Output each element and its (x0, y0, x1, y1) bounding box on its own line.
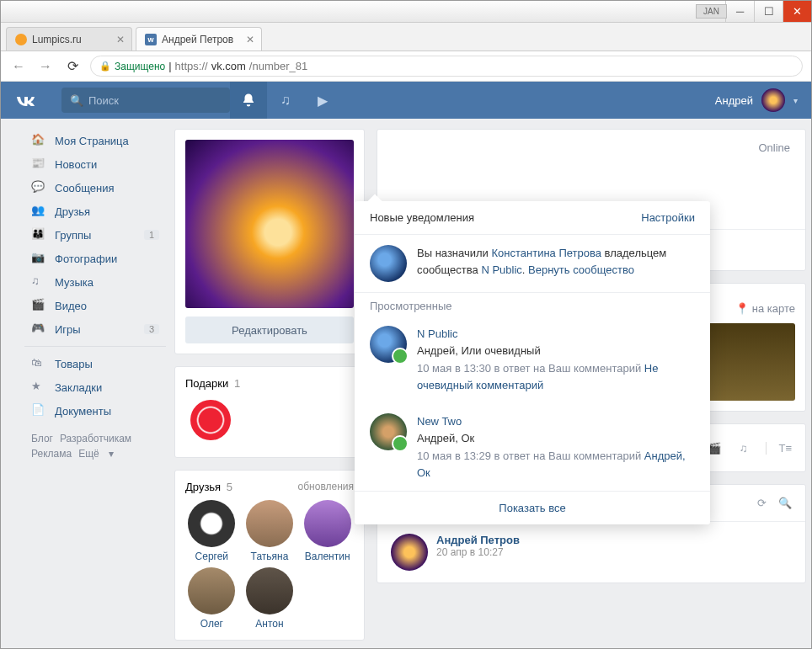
community-link[interactable]: N Public (481, 263, 521, 276)
url-domain: vk.com (211, 60, 246, 72)
friend-item[interactable]: Валентин (301, 500, 354, 562)
friends-block: Друзья 5обновления Сергей Татьяна Валент… (174, 470, 365, 641)
sidebar-item-music[interactable]: ♫Музыка (24, 270, 166, 294)
friends-icon: 👥 (31, 204, 46, 219)
sidebar-item-bookmarks[interactable]: ★Закладки (24, 375, 166, 399)
sidebar-item-video[interactable]: 🎬Видео (24, 294, 166, 317)
secure-label: Защищено (115, 61, 165, 72)
vk-header: 🔍 Поиск ♫ ▶ Андрей ▾ (1, 82, 811, 119)
chevron-down-icon: ▾ (793, 96, 798, 105)
notifications-bell-button[interactable] (230, 82, 267, 119)
edit-profile-button[interactable]: Редактировать (185, 317, 354, 343)
avatar (370, 413, 407, 450)
profile-photo[interactable] (185, 140, 354, 308)
sidebar-item-games[interactable]: 🎮Игры3 (24, 317, 166, 341)
nav-reload-button[interactable]: ⟳ (63, 58, 82, 74)
show-all-link[interactable]: Показать все (355, 491, 710, 524)
friends-updates-link[interactable]: обновления (298, 481, 354, 492)
url-bar[interactable]: 🔒 Защищено | https://vk.com/number_81 (90, 56, 803, 77)
gifts-title[interactable]: Подарки (185, 377, 228, 390)
favicon-lumpics (15, 34, 27, 45)
lock-icon: 🔒 (99, 61, 111, 72)
sidebar: 🏠Моя Страница 📰Новости 💬Сообщения 👥Друзь… (24, 129, 166, 648)
notifications-settings-link[interactable]: Настройки (641, 211, 695, 224)
refresh-icon[interactable]: ⟳ (757, 497, 767, 509)
notifications-popup: Новые уведомления Настройки Вы назначили… (355, 201, 710, 524)
friend-item[interactable]: Олег (185, 567, 238, 630)
friends-count: 5 (227, 481, 232, 493)
header-username: Андрей (715, 94, 753, 107)
search-input[interactable]: 🔍 Поиск (61, 88, 230, 113)
avatar (304, 500, 351, 547)
photo-icon: 📷 (31, 251, 46, 266)
friend-item[interactable]: Татьяна (243, 500, 296, 562)
sidebar-item-groups[interactable]: 👨‍👩‍👦Группы1 (24, 223, 166, 247)
sidebar-item-profile[interactable]: 🏠Моя Страница (24, 129, 166, 152)
window-minimize-button[interactable]: ─ (725, 1, 754, 22)
notifications-viewed-section: Просмотренные (355, 292, 710, 316)
avatar (246, 500, 293, 547)
games-icon: 🎮 (31, 322, 46, 337)
footer-more-link[interactable]: Ещё ▾ (78, 448, 114, 460)
browser-addressbar: ← → ⟳ 🔒 Защищено | https://vk.com/number… (1, 51, 811, 82)
community-link[interactable]: N Public (417, 326, 695, 343)
video-play-button[interactable]: ▶ (304, 82, 341, 119)
notification-item[interactable]: Вы назначили Константина Петрова владель… (355, 235, 710, 292)
notification-item[interactable]: N Public Андрей, Или очевидный 10 мая в … (355, 316, 710, 403)
tab-lumpics[interactable]: Lumpics.ru ✕ (6, 27, 132, 51)
person-link[interactable]: Константина Петрова (491, 247, 601, 259)
return-community-link[interactable]: Вернуть сообщество (528, 263, 634, 276)
friends-title[interactable]: Друзья (185, 481, 221, 493)
friend-item[interactable]: Сергей (185, 500, 238, 562)
music-button[interactable]: ♫ (267, 82, 304, 119)
search-icon[interactable]: 🔍 (778, 497, 792, 509)
tab-title: Андрей Петров (162, 34, 233, 45)
window-maximize-button[interactable]: ☐ (754, 1, 783, 22)
browser-tabstrip: Lumpics.ru ✕ w Андрей Петров ✕ (1, 23, 811, 51)
sidebar-item-news[interactable]: 📰Новости (24, 152, 166, 176)
profile-photo-block: Редактировать (174, 129, 365, 354)
vk-logo[interactable] (14, 91, 36, 110)
avatar (370, 326, 407, 363)
tab-vk[interactable]: w Андрей Петров ✕ (136, 27, 262, 51)
sidebar-item-photos[interactable]: 📷Фотографии (24, 247, 166, 270)
sidebar-footer: БлогРазработчикам РекламаЕщё ▾ (24, 431, 166, 461)
avatar (188, 500, 235, 547)
gift-santa-icon[interactable] (190, 400, 231, 440)
avatar (370, 245, 407, 282)
badge: 1 (144, 230, 159, 240)
nav-back-button[interactable]: ← (9, 59, 28, 74)
post-author-link[interactable]: Андрей Петров (436, 534, 520, 546)
badge: 3 (144, 324, 159, 334)
home-icon: 🏠 (31, 133, 46, 148)
gifts-block: Подарки 1 (174, 366, 365, 458)
avatar[interactable] (391, 534, 428, 571)
footer-dev-link[interactable]: Разработчикам (60, 433, 131, 444)
window-close-button[interactable]: ✕ (783, 1, 811, 22)
favicon-vk: w (145, 34, 157, 45)
nav-forward-button[interactable]: → (36, 59, 55, 74)
news-icon: 📰 (31, 157, 46, 172)
music-icon[interactable]: ♫ (740, 442, 748, 455)
source-label: JAN (696, 4, 727, 19)
sidebar-item-market[interactable]: 🛍Товары (24, 352, 166, 375)
sidebar-item-documents[interactable]: 📄Документы (24, 399, 166, 423)
footer-ads-link[interactable]: Реклама (31, 448, 72, 460)
avatar (246, 567, 293, 614)
text-options-icon[interactable]: T≡ (766, 442, 792, 455)
notification-item[interactable]: New Two Андрей, Ок 10 мая в 13:29 в отве… (355, 403, 710, 491)
friend-item[interactable]: Антон (243, 567, 296, 630)
url-path: /number_81 (249, 60, 307, 72)
sidebar-item-friends[interactable]: 👥Друзья (24, 199, 166, 223)
photo-thumbnail[interactable] (697, 323, 796, 401)
sidebar-item-messages[interactable]: 💬Сообщения (24, 176, 166, 199)
avatar (761, 88, 785, 112)
footer-blog-link[interactable]: Блог (31, 433, 53, 444)
video-icon: 🎬 (31, 298, 46, 313)
header-user-menu[interactable]: Андрей ▾ (715, 88, 798, 112)
notifications-title: Новые уведомления (370, 211, 474, 224)
tab-close-icon[interactable]: ✕ (246, 34, 254, 45)
community-link[interactable]: New Two (417, 413, 695, 430)
tab-close-icon[interactable]: ✕ (116, 34, 125, 45)
market-icon: 🛍 (31, 356, 46, 371)
